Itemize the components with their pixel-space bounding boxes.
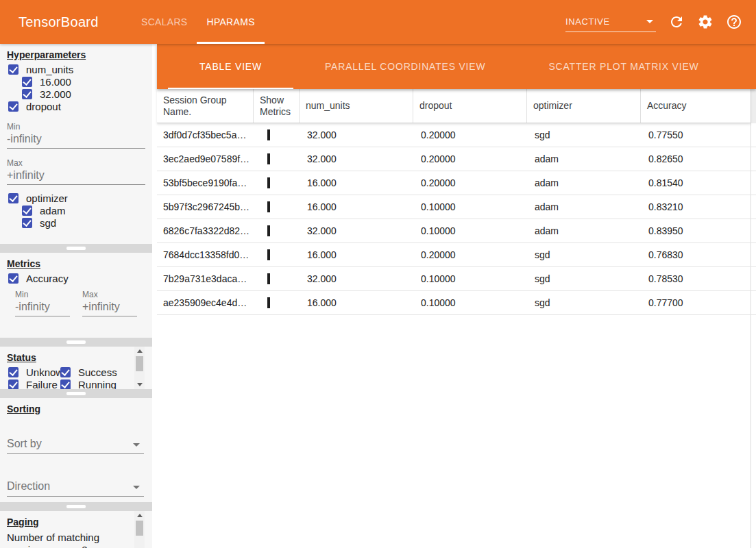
section-resize-handle[interactable] (66, 340, 86, 344)
show-metrics-checkbox[interactable] (267, 249, 270, 260)
scrollbar-thumb[interactable] (136, 356, 143, 371)
num-units-value: 16.000 (300, 177, 413, 188)
status-running-row: Running (60, 378, 123, 389)
optimizer-value: sgd (527, 273, 641, 284)
sort-by-select[interactable]: Sort by (7, 434, 144, 454)
metrics-heading: Metrics (7, 258, 152, 269)
direction-select[interactable]: Direction (7, 476, 144, 497)
column-header-optimizer[interactable]: optimizer (527, 89, 641, 123)
show-metrics-checkbox[interactable] (267, 177, 270, 188)
session-group-name: 7684dcc13358fd0… (157, 249, 254, 260)
tab-parallel-coordinates-view[interactable]: PARALLEL COORDINATES VIEW (293, 44, 517, 89)
session-group-name: 6826c7fa3322d82… (157, 225, 254, 236)
dropout-value: 0.20000 (413, 129, 527, 140)
num-units-value: 32.000 (300, 129, 413, 140)
top-nav-tabs: SCALARS HPARAMS (132, 0, 265, 44)
show-metrics-cell (254, 153, 300, 164)
accuracy-value: 0.83950 (641, 225, 751, 236)
running-checkbox[interactable] (60, 379, 71, 390)
tab-scatter-plot-matrix-view[interactable]: SCATTER PLOT MATRIX VIEW (517, 44, 730, 89)
hparam-optimizer-row: optimizer (8, 192, 152, 204)
unknown-checkbox[interactable] (8, 367, 19, 377)
value-32-checkbox[interactable] (22, 89, 32, 99)
reload-status-select[interactable]: INACTIVE (565, 12, 656, 32)
column-header-show-metrics[interactable]: Show Metrics (254, 89, 300, 123)
optimizer-value: adam (527, 201, 641, 212)
section-resize-handle[interactable] (66, 392, 86, 395)
table-header-row: Session Group Name. Show Metrics num_uni… (157, 89, 751, 123)
column-header-session-group-name[interactable]: Session Group Name. (157, 89, 254, 123)
scrollbar-thumb[interactable] (136, 521, 143, 536)
num-units-checkbox[interactable] (8, 64, 19, 75)
value-16-checkbox[interactable] (22, 77, 32, 87)
show-metrics-cell (254, 201, 300, 212)
session-group-name: 5b97f3c2967245b… (157, 201, 254, 212)
optimizer-checkbox[interactable] (8, 193, 19, 203)
accuracy-max-input[interactable] (82, 299, 137, 316)
section-resize-handle[interactable] (66, 247, 86, 250)
sorting-section: Sorting Sort by Direction (0, 398, 152, 502)
dropout-value: 0.10000 (413, 201, 527, 212)
column-header-num-units[interactable]: num_units (300, 89, 413, 123)
show-metrics-checkbox[interactable] (267, 225, 270, 236)
table-row: 7b29a731e3daca… 32.000 0.10000 sgd 0.785… (157, 267, 756, 291)
adam-checkbox[interactable] (22, 206, 32, 216)
status-scrollbar[interactable] (134, 347, 145, 389)
status-unknown-row: Unknown (8, 366, 60, 378)
help-button[interactable] (726, 14, 742, 30)
accuracy-value: 0.77550 (641, 129, 751, 140)
settings-button[interactable] (697, 14, 714, 30)
failure-checkbox[interactable] (8, 379, 19, 390)
accuracy-checkbox[interactable] (8, 273, 19, 284)
dropout-value: 0.20000 (413, 153, 527, 164)
show-metrics-checkbox[interactable] (267, 273, 270, 284)
failure-label: Failure (26, 379, 58, 390)
section-resize-handle[interactable] (66, 505, 86, 508)
optimizer-label: optimizer (26, 192, 68, 204)
tab-scalars[interactable]: SCALARS (132, 0, 197, 44)
appbar-actions: INACTIVE (565, 0, 742, 44)
tab-table-view[interactable]: TABLE VIEW (168, 44, 293, 89)
show-metrics-checkbox[interactable] (267, 129, 270, 140)
dropout-max-input[interactable] (7, 168, 145, 185)
status-heading: Status (7, 352, 152, 363)
show-metrics-checkbox[interactable] (267, 201, 270, 212)
show-metrics-checkbox[interactable] (267, 153, 270, 164)
optimizer-value: adam (527, 153, 641, 164)
accuracy-min-input[interactable] (15, 299, 70, 316)
show-metrics-checkbox[interactable] (267, 297, 270, 308)
metrics-section: Metrics Accuracy Min Max (0, 253, 152, 338)
accuracy-value: 0.76830 (641, 249, 751, 260)
accuracy-value: 0.83210 (641, 201, 751, 212)
optimizer-value: adam (527, 225, 641, 236)
dropout-value: 0.10000 (413, 225, 527, 236)
num-units-value-row: 16.000 (22, 75, 152, 88)
success-checkbox[interactable] (60, 367, 71, 377)
hparams-main-pane: TABLE VIEW PARALLEL COORDINATES VIEW SCA… (157, 44, 756, 548)
num-units-value-row: 32.000 (22, 88, 152, 100)
value-32-label: 32.000 (40, 88, 71, 100)
value-16-label: 16.000 (40, 76, 71, 88)
show-metrics-cell (254, 177, 300, 188)
accuracy-value: 0.78530 (641, 273, 751, 284)
table-row: 3ec2aed9e07589f… 32.000 0.20000 adam 0.8… (157, 147, 756, 171)
sgd-checkbox[interactable] (22, 218, 32, 228)
metric-accuracy-row: Accuracy (8, 272, 152, 284)
scroll-up-icon[interactable] (134, 511, 145, 520)
table-row: 7684dcc13358fd0… 16.000 0.20000 sgd 0.76… (157, 243, 756, 267)
gear-icon (697, 14, 714, 30)
column-header-dropout[interactable]: dropout (413, 89, 527, 123)
show-metrics-cell (254, 249, 300, 260)
scroll-up-icon[interactable] (134, 347, 145, 356)
show-metrics-cell (254, 225, 300, 236)
scroll-down-icon[interactable] (134, 380, 145, 389)
dropout-checkbox[interactable] (8, 101, 19, 112)
column-header-accuracy[interactable]: Accuracy (641, 89, 751, 123)
tab-hparams[interactable]: HPARAMS (197, 0, 264, 44)
num-units-value: 16.000 (300, 249, 413, 260)
paging-scrollbar[interactable] (134, 511, 145, 548)
table-row: 6826c7fa3322d82… 32.000 0.10000 adam 0.8… (157, 219, 756, 243)
accuracy-value: 0.82650 (641, 153, 751, 164)
refresh-button[interactable] (668, 14, 685, 30)
dropout-min-input[interactable] (7, 132, 145, 149)
